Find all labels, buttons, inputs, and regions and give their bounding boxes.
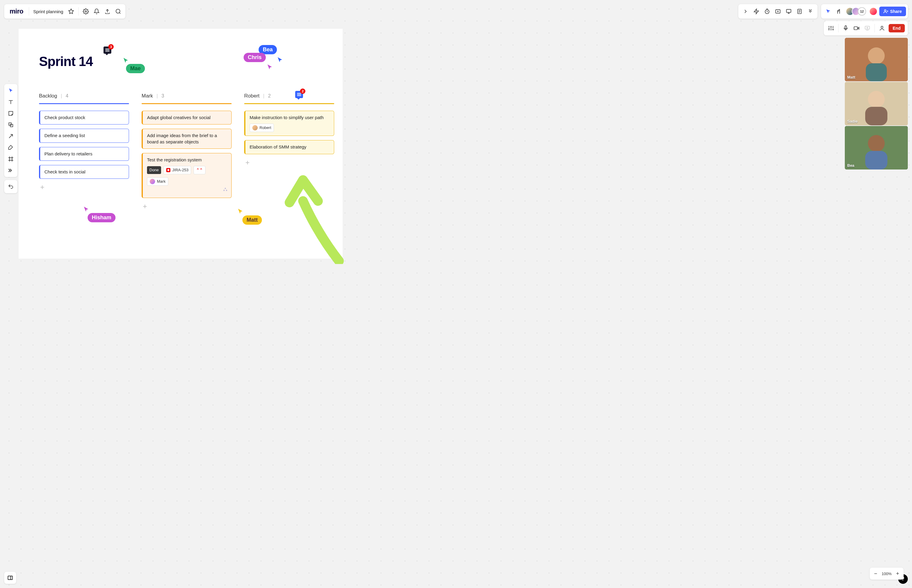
search-icon[interactable]: [113, 6, 124, 17]
screenshare-icon[interactable]: [862, 23, 873, 34]
avatar-icon: [150, 179, 155, 184]
column-header[interactable]: Backlog | 4: [39, 93, 129, 103]
separator: |: [157, 93, 158, 99]
expand-icon[interactable]: [740, 6, 751, 17]
my-avatar[interactable]: [869, 7, 878, 16]
column-count: 2: [268, 93, 271, 99]
assignee-chip[interactable]: Robert: [250, 124, 274, 132]
sticky-note-tool-icon[interactable]: [5, 108, 16, 119]
text-tool-icon[interactable]: [5, 97, 16, 107]
svg-rect-16: [865, 107, 888, 125]
chip-row: Robert: [250, 124, 330, 132]
miro-logo[interactable]: miro: [6, 8, 27, 15]
card[interactable]: Elaboration of SMM strategy: [244, 140, 334, 154]
priority-up-icon: ⌃⌃: [196, 167, 203, 173]
add-card-button[interactable]: +: [142, 202, 232, 211]
undo-icon[interactable]: [5, 181, 16, 192]
svg-point-12: [868, 47, 885, 64]
cursor-share-icon[interactable]: [823, 6, 834, 17]
mic-icon[interactable]: [840, 23, 851, 34]
video-name: Bea: [847, 163, 854, 168]
presentation-icon[interactable]: [783, 6, 794, 17]
card[interactable]: Add image ideas from the brief to a boar…: [142, 129, 232, 149]
frames-panel-button[interactable]: [4, 572, 16, 584]
pen-tool-icon[interactable]: [5, 142, 16, 153]
notifications-icon[interactable]: [91, 6, 102, 17]
card[interactable]: Plan delivery to retailers: [39, 147, 129, 161]
svg-rect-22: [8, 576, 13, 580]
left-toolbar: [4, 84, 18, 193]
more-apps-icon[interactable]: [805, 6, 816, 17]
select-tool-icon[interactable]: [5, 85, 16, 96]
column-divider: [142, 103, 232, 104]
jira-chip[interactable]: JIRA-253: [163, 166, 191, 174]
top-left-toolbar: miro Sprint planning: [4, 4, 125, 19]
shape-tool-icon[interactable]: [5, 120, 16, 130]
sliders-icon[interactable]: [826, 23, 836, 34]
column-robert: Robert | 2 Make instruction to simplify …: [244, 93, 334, 167]
arrow-tool-icon[interactable]: [5, 131, 16, 142]
jira-icon: [166, 168, 170, 172]
separator: |: [263, 93, 264, 99]
zoom-in-button[interactable]: +: [893, 569, 902, 578]
card[interactable]: Define a seeding list: [39, 129, 129, 142]
priority-chip[interactable]: ⌃⌃: [194, 166, 205, 174]
share-label: Share: [890, 9, 902, 14]
card-text: Test the registration system: [147, 157, 227, 163]
top-right-cluster: 12 Share: [738, 4, 908, 19]
board-title[interactable]: Sprint 14: [39, 54, 93, 69]
timer-icon[interactable]: [762, 6, 773, 17]
comment-icon[interactable]: 2: [295, 91, 303, 98]
column-header[interactable]: Robert | 2: [244, 93, 334, 103]
column-header[interactable]: Mark | 3: [142, 93, 232, 103]
settings-icon[interactable]: [81, 6, 91, 17]
video-tile[interactable]: Bea: [845, 126, 908, 170]
add-card-button[interactable]: +: [244, 158, 334, 167]
card[interactable]: Check product stock: [39, 111, 129, 124]
voting-icon[interactable]: [773, 6, 783, 17]
comment-icon[interactable]: 3: [103, 47, 111, 54]
chip-row: Mark: [147, 177, 227, 186]
video-tile[interactable]: Matt: [845, 38, 908, 81]
column-name: Robert: [244, 93, 260, 99]
card[interactable]: Adapt global creatives for social: [142, 111, 232, 124]
zoom-level[interactable]: 100%: [880, 572, 893, 576]
video-tile[interactable]: Sadie: [845, 82, 908, 125]
assignee-chip[interactable]: Mark: [147, 177, 168, 186]
svg-rect-8: [854, 27, 857, 30]
svg-point-10: [881, 26, 883, 28]
svg-rect-13: [866, 63, 887, 81]
export-icon[interactable]: [102, 6, 113, 17]
collab-group: 12 Share: [821, 4, 908, 19]
divider: [875, 24, 875, 32]
avatar-count[interactable]: 12: [858, 7, 866, 16]
svg-point-6: [885, 10, 886, 11]
more-tools-icon[interactable]: [5, 165, 16, 176]
undo-group: [4, 180, 18, 193]
zoom-out-button[interactable]: −: [871, 569, 880, 578]
bolt-icon[interactable]: [751, 6, 762, 17]
card[interactable]: Check texts in social: [39, 165, 129, 179]
participant-avatars[interactable]: 12: [846, 7, 866, 16]
add-card-button[interactable]: +: [39, 183, 129, 191]
end-call-button[interactable]: End: [889, 24, 905, 32]
video-icon[interactable]: [851, 23, 862, 34]
star-icon[interactable]: [66, 6, 76, 17]
share-button[interactable]: Share: [879, 6, 906, 16]
svg-point-15: [868, 91, 885, 108]
tools-group: [4, 84, 18, 177]
cursor-hisham: Hisham: [87, 213, 116, 222]
status-chip[interactable]: Done: [147, 166, 161, 174]
reactions-icon[interactable]: [834, 6, 844, 17]
separator: |: [61, 93, 62, 99]
svg-rect-4: [787, 9, 791, 12]
frame-tool-icon[interactable]: [5, 153, 16, 165]
participants-icon[interactable]: [876, 23, 888, 34]
column-name: Backlog: [39, 93, 57, 99]
svg-rect-7: [845, 26, 846, 29]
board-name[interactable]: Sprint planning: [31, 9, 66, 14]
card[interactable]: Test the registration system Done JIRA-2…: [142, 153, 232, 198]
comment-count-badge: 2: [300, 89, 305, 94]
notes-icon[interactable]: [794, 6, 805, 17]
card[interactable]: Make instruction to simplify user path R…: [244, 111, 334, 136]
